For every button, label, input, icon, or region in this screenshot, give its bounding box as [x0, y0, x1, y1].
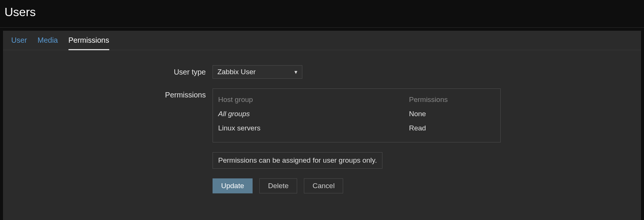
header-host-group: Host group — [218, 96, 409, 104]
form-area: User type Zabbix User ▼ Permissions Host… — [3, 50, 641, 193]
header-permissions: Permissions — [409, 96, 495, 104]
tabs-bar: User Media Permissions — [3, 31, 641, 50]
chevron-down-icon: ▼ — [293, 69, 298, 75]
tab-media[interactable]: Media — [37, 36, 58, 50]
row-permissions: Permissions Host group Permissions All g… — [3, 88, 641, 142]
user-type-value: Zabbix User — [217, 68, 256, 76]
page-header: Users — [0, 0, 644, 26]
cancel-button[interactable]: Cancel — [304, 178, 343, 193]
permissions-info-box: Permissions can be assigned for user gro… — [213, 152, 382, 169]
field-user-type: Zabbix User ▼ — [213, 65, 641, 79]
delete-button[interactable]: Delete — [259, 178, 297, 193]
tab-permissions[interactable]: Permissions — [68, 36, 109, 50]
label-spacer — [3, 178, 213, 193]
buttons-container: Update Delete Cancel — [213, 178, 641, 193]
permissions-header: Host group Permissions — [213, 93, 500, 107]
cell-host-group: All groups — [218, 110, 409, 118]
cell-permission: Read — [409, 124, 495, 132]
label-user-type: User type — [3, 65, 213, 79]
table-row: All groups None — [213, 107, 500, 121]
label-permissions: Permissions — [3, 88, 213, 142]
field-permissions: Host group Permissions All groups None L… — [213, 88, 641, 142]
content-panel: User Media Permissions User type Zabbix … — [3, 31, 641, 220]
row-buttons: Update Delete Cancel — [3, 178, 641, 193]
cell-permission: None — [409, 110, 495, 118]
label-spacer — [3, 152, 213, 169]
field-info: Permissions can be assigned for user gro… — [213, 152, 641, 169]
user-type-select[interactable]: Zabbix User ▼ — [213, 65, 302, 79]
update-button[interactable]: Update — [213, 178, 253, 193]
header-divider — [0, 27, 644, 28]
page-title: Users — [4, 5, 640, 19]
row-info: Permissions can be assigned for user gro… — [3, 152, 641, 169]
permissions-table: Host group Permissions All groups None L… — [213, 88, 501, 142]
row-user-type: User type Zabbix User ▼ — [3, 65, 641, 79]
tab-user[interactable]: User — [11, 36, 27, 50]
cell-host-group: Linux servers — [218, 124, 409, 132]
table-row: Linux servers Read — [213, 121, 500, 135]
